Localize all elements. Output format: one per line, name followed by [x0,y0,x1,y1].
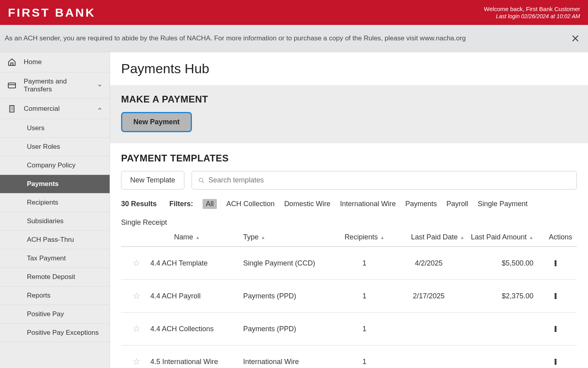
favorite-icon[interactable]: ☆ [123,258,150,268]
sidebar-item-user-roles[interactable]: User Roles [0,138,110,156]
th-type[interactable]: Type ▲ [243,233,336,241]
th-name[interactable]: Name ▲ [150,233,243,241]
sidebar-item-users[interactable]: Users [0,119,110,138]
sidebar-item-ach-passthru[interactable]: ACH Pass-Thru [0,231,110,249]
th-label: Type [243,233,258,241]
row-last-paid-amount: $5,500.00 [465,259,536,267]
filters-row: 30 Results Filters: All ACH Collection D… [121,199,577,227]
svg-rect-1 [10,106,14,112]
sort-icon: ▲ [195,235,200,240]
filter-international-wire[interactable]: International Wire [340,200,396,208]
row-name: 4.4 ACH Collections [150,325,243,333]
row-type: Payments (PPD) [243,292,336,300]
new-payment-button[interactable]: New Payment [121,112,192,132]
sidebar-item-tax-payment[interactable]: Tax Payment [0,249,110,268]
th-last-paid-date[interactable]: Last Paid Date ▲ [393,233,464,241]
th-label: Recipients [345,233,378,241]
bank-logo: FIRST BANK [8,6,96,19]
sidebar-item-payments[interactable]: Payments [0,175,110,193]
row-actions-icon[interactable]: ••• [536,326,575,332]
search-icon [198,177,205,184]
th-recipients[interactable]: Recipients ▲ [336,233,393,241]
filters-label: Filters: [169,200,193,208]
notice-text: As an ACH sender, you are required to ab… [5,34,466,42]
sidebar-item-payments-transfers[interactable]: Payments and Transfers [0,72,110,99]
sort-icon: ▲ [460,235,465,240]
svg-point-2 [199,178,203,182]
sidebar-item-label: Home [24,58,42,66]
new-template-button[interactable]: New Template [121,171,184,190]
th-actions: Actions [536,233,575,241]
row-recipients: 1 [336,259,393,267]
table-row: ☆ 4.5 International Wire International W… [121,345,577,368]
row-recipients: 1 [336,292,393,300]
sidebar-item-commercial[interactable]: Commercial [0,99,110,119]
welcome-block: Welcome back, First Bank Customer Last l… [484,6,580,19]
filter-all[interactable]: All [203,199,217,209]
row-actions-icon[interactable]: ••• [536,293,575,299]
last-login-text: Last login 02/26/2024 at 10:02 AM [484,13,580,19]
favorite-icon[interactable]: ☆ [123,324,150,334]
svg-rect-0 [8,83,15,88]
favorite-icon[interactable]: ☆ [123,357,150,367]
row-name: 4.4 ACH Template [150,259,243,267]
row-last-paid-amount: $2,375.00 [465,292,536,300]
table-row: ☆ 4.4 ACH Payroll Payments (PPD) 1 2/17/… [121,280,577,313]
row-actions-icon[interactable]: ••• [536,359,575,365]
filter-domestic-wire[interactable]: Domestic Wire [284,200,330,208]
templates-heading: PAYMENT TEMPLATES [121,153,577,164]
row-type: Payments (PPD) [243,325,336,333]
sidebar-item-reports[interactable]: Reports [0,286,110,305]
table-row: ☆ 4.4 ACH Template Single Payment (CCD) … [121,247,577,280]
sidebar-item-home[interactable]: Home [0,52,110,72]
app-header: FIRST BANK Welcome back, First Bank Cust… [0,0,588,25]
sidebar-item-label: Commercial [24,105,60,113]
sidebar-item-positive-pay-ex[interactable]: Positive Pay Exceptions [0,324,110,342]
chevron-down-icon [97,83,102,88]
table-row: ☆ 4.4 ACH Collections Payments (PPD) 1 •… [121,313,577,345]
filter-payments[interactable]: Payments [405,200,437,208]
th-last-paid-amount[interactable]: Last Paid Amount ▲ [465,233,536,241]
sidebar-item-company-policy[interactable]: Company Policy [0,156,110,175]
sidebar-item-subsidiaries[interactable]: Subsidiaries [0,212,110,231]
sidebar-item-label: Payments and Transfers [24,78,90,93]
row-recipients: 1 [336,358,393,366]
notice-bar: As an ACH sender, you are required to ab… [0,25,588,52]
table-header: Name ▲ Type ▲ Recipients ▲ Last Paid Dat… [121,233,577,247]
filter-single-receipt[interactable]: Single Receipt [121,218,167,227]
home-icon [7,57,17,67]
sort-icon: ▲ [380,235,385,240]
row-last-paid-date: 4/2/2025 [393,259,464,267]
page-title: Payments Hub [110,52,588,85]
templates-table: Name ▲ Type ▲ Recipients ▲ Last Paid Dat… [121,233,577,368]
filter-ach-collection[interactable]: ACH Collection [226,200,275,208]
sort-icon: ▲ [261,235,266,240]
search-templates-wrap[interactable] [192,171,577,190]
row-recipients: 1 [336,325,393,333]
close-icon[interactable] [570,33,581,44]
sort-icon: ▲ [529,235,533,240]
th-label: Last Paid Amount [471,233,527,241]
row-name: 4.4 ACH Payroll [150,292,243,300]
sidebar-item-positive-pay[interactable]: Positive Pay [0,305,110,324]
card-icon [7,81,17,90]
sidebar-item-recipients[interactable]: Recipients [0,193,110,212]
templates-section: PAYMENT TEMPLATES New Template 30 Result… [110,143,588,368]
results-count: 30 Results [121,200,157,208]
sidebar: Home Payments and Transfers Commercial U… [0,52,110,368]
sidebar-item-remote-deposit[interactable]: Remote Deposit [0,268,110,286]
welcome-text: Welcome back, First Bank Customer [484,6,580,12]
favorite-icon[interactable]: ☆ [123,291,150,301]
filter-single-payment[interactable]: Single Payment [478,200,527,208]
make-payment-section: MAKE A PAYMENT New Payment [110,85,588,143]
chevron-up-icon [97,106,102,112]
row-last-paid-date: 2/17/2025 [393,292,464,300]
row-actions-icon[interactable]: ••• [536,260,575,266]
row-type: Single Payment (CCD) [243,259,336,267]
th-label: Name [174,233,193,241]
filter-payroll[interactable]: Payroll [446,200,468,208]
search-input[interactable] [209,176,570,184]
main-content: Payments Hub MAKE A PAYMENT New Payment … [110,52,588,368]
make-payment-heading: MAKE A PAYMENT [121,94,577,105]
building-icon [7,104,17,114]
